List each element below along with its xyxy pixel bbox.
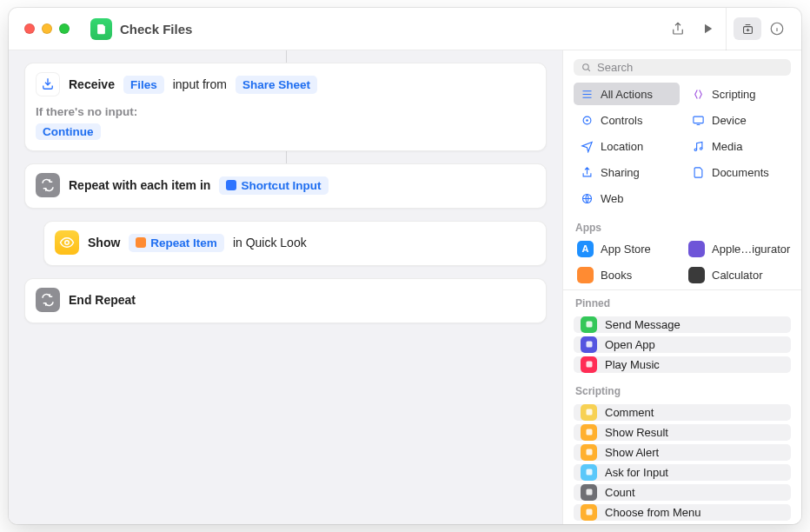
app-books[interactable]: Books [574, 263, 680, 286]
scripting-action-comment[interactable]: Comment [574, 404, 791, 421]
app-calculator[interactable]: Calculator [685, 263, 791, 286]
svg-rect-13 [586, 409, 592, 416]
repeat-icon [36, 173, 60, 197]
titlebar: Check Files [9, 8, 801, 50]
end-repeat-icon [36, 288, 60, 312]
repeat-variable-token[interactable]: Shortcut Input [219, 176, 328, 195]
svg-rect-10 [586, 322, 592, 328]
app-apple-igurator[interactable]: Apple…igurator [685, 237, 791, 260]
scripting-action-ask-for-input[interactable]: Ask for Input [574, 464, 791, 481]
category-documents[interactable]: Documents [685, 161, 791, 183]
category-location[interactable]: Location [574, 135, 680, 157]
receive-type-token[interactable]: Files [123, 76, 164, 94]
category-scripting[interactable]: Scripting [685, 83, 791, 105]
svg-point-2 [65, 241, 70, 245]
noinput-action-token[interactable]: Continue [36, 123, 101, 140]
action-library-sidebar: Search All ActionsScriptingControlsDevic… [562, 50, 801, 524]
repeat-item-token[interactable]: Repeat Item [129, 234, 224, 252]
minimize-window-button[interactable] [42, 23, 52, 34]
pinned-action-send-message[interactable]: Send Message [574, 316, 791, 333]
category-media[interactable]: Media [685, 135, 791, 157]
category-all-actions[interactable]: All Actions [574, 83, 680, 105]
search-field[interactable]: Search [574, 59, 791, 76]
zoom-window-button[interactable] [59, 23, 70, 34]
svg-point-8 [700, 147, 702, 150]
shortcut-app-icon [90, 18, 112, 40]
svg-rect-14 [586, 429, 592, 436]
category-sharing[interactable]: Sharing [574, 161, 680, 183]
library-toggle-button[interactable] [734, 17, 761, 40]
share-button[interactable] [663, 16, 693, 42]
scripting-action-choose-from-menu[interactable]: Choose from Menu [574, 504, 791, 521]
svg-rect-18 [586, 509, 592, 515]
category-device[interactable]: Device [685, 109, 791, 131]
show-word: Show [88, 236, 120, 249]
show-tail: in Quick Look [233, 236, 307, 249]
search-placeholder: Search [597, 61, 633, 74]
repeat-action-card[interactable]: Repeat with each item in Shortcut Input [24, 163, 547, 209]
search-icon [581, 62, 592, 73]
pinned-section-label: Pinned [563, 290, 801, 313]
svg-rect-16 [586, 469, 592, 475]
receive-icon [36, 72, 60, 96]
apps-section-label: Apps [563, 215, 801, 237]
category-controls[interactable]: Controls [574, 109, 680, 131]
app-app-store[interactable]: AApp Store [574, 237, 680, 260]
svg-rect-17 [586, 489, 592, 495]
svg-point-5 [586, 119, 588, 122]
scripting-action-show-result[interactable]: Show Result [574, 424, 791, 441]
svg-rect-15 [586, 449, 592, 456]
receive-from-text: input from [173, 77, 227, 91]
svg-rect-6 [693, 116, 702, 123]
workflow-editor[interactable]: Receive Files input from Share Sheet If … [9, 50, 562, 524]
svg-rect-12 [586, 362, 592, 368]
noinput-label: If there's no input: [36, 105, 535, 118]
scripting-action-show-alert[interactable]: Show Alert [574, 444, 791, 461]
receive-source-token[interactable]: Share Sheet [236, 76, 317, 94]
end-repeat-label: End Repeat [69, 293, 136, 307]
svg-point-7 [694, 149, 697, 151]
category-web[interactable]: Web [574, 187, 680, 209]
svg-point-3 [583, 64, 589, 70]
quicklook-action-card[interactable]: Show Repeat Item in Quick Look [43, 221, 547, 266]
pinned-action-open-app[interactable]: Open App [574, 336, 791, 353]
window-title: Check Files [120, 22, 192, 37]
scripting-action-count[interactable]: Count [574, 484, 791, 501]
end-repeat-card[interactable]: End Repeat [24, 278, 547, 323]
receive-word: Receive [69, 77, 115, 91]
info-button[interactable] [763, 17, 791, 40]
svg-rect-11 [586, 342, 592, 348]
repeat-label: Repeat with each item in [69, 178, 210, 192]
quicklook-icon [55, 230, 79, 255]
close-window-button[interactable] [24, 23, 35, 34]
pinned-action-play-music[interactable]: Play Music [574, 356, 791, 373]
receive-action-card[interactable]: Receive Files input from Share Sheet If … [24, 63, 547, 151]
scripting-section-label: Scripting [563, 378, 801, 401]
run-button[interactable] [693, 16, 722, 42]
